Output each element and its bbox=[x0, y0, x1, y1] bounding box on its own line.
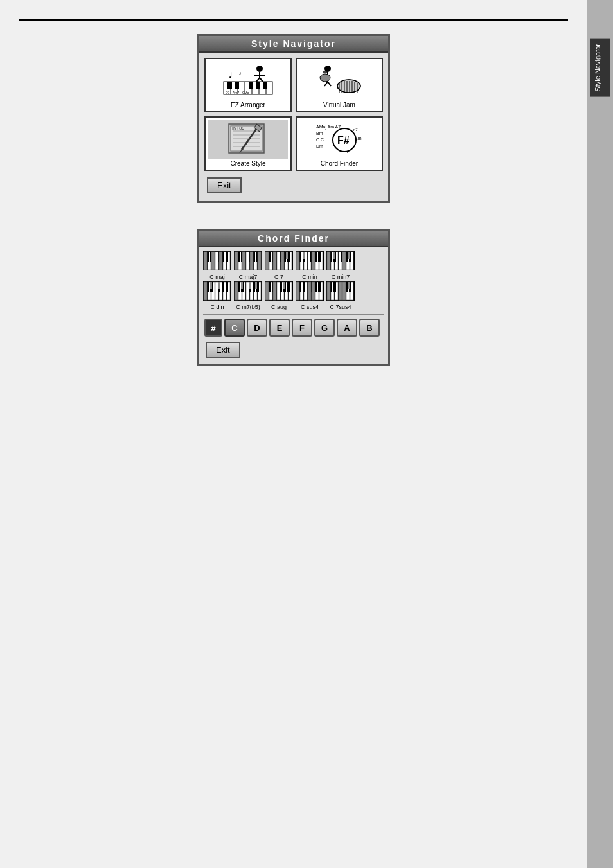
chord-row-1: C maj bbox=[203, 251, 384, 280]
chord-finder-icon-nav: AMaj Am A7 Bm C C Dm F# n7 Em n bbox=[299, 120, 379, 159]
svg-text:F#: F# bbox=[337, 135, 350, 146]
svg-rect-8 bbox=[235, 82, 239, 89]
chord-c-min-label: C min bbox=[296, 274, 324, 280]
key-btn-a[interactable]: A bbox=[337, 319, 357, 337]
svg-rect-139 bbox=[342, 252, 346, 270]
chord-finder-exit-button[interactable]: Exit bbox=[203, 339, 384, 360]
svg-rect-204 bbox=[308, 282, 311, 300]
chord-c-7-label: C 7 bbox=[265, 274, 293, 280]
key-btn-g[interactable]: G bbox=[314, 319, 335, 337]
chord-key-buttons: # C D E F G A B bbox=[203, 319, 384, 337]
svg-text:Bm: Bm bbox=[316, 131, 323, 136]
svg-rect-154 bbox=[204, 282, 207, 300]
chord-finder-cell[interactable]: AMaj Am A7 Bm C C Dm F# n7 Em n bbox=[296, 116, 383, 171]
svg-rect-7 bbox=[227, 82, 232, 89]
chord-c-din[interactable]: C din bbox=[203, 281, 231, 310]
chord-finder-title: Chord Finder bbox=[199, 231, 388, 247]
chord-finder-exit-label[interactable]: Exit bbox=[206, 342, 240, 358]
svg-rect-188 bbox=[273, 282, 276, 300]
svg-rect-171 bbox=[241, 282, 243, 289]
svg-rect-138 bbox=[333, 252, 335, 259]
svg-text:CMa: CMa bbox=[242, 91, 249, 94]
chord-c-maj7-label: C maj7 bbox=[234, 274, 262, 280]
svg-rect-10 bbox=[256, 82, 260, 89]
svg-rect-122 bbox=[303, 252, 305, 259]
ez-arranger-icon: D7 Am7 CMa ♩ ♪ bbox=[208, 62, 288, 100]
svg-text:n: n bbox=[346, 150, 348, 154]
chord-c-7sus4[interactable]: C 7sus4 bbox=[326, 281, 355, 310]
key-btn-f[interactable]: F bbox=[292, 319, 312, 337]
svg-text:INT89: INT89 bbox=[232, 126, 244, 130]
svg-text:n7: n7 bbox=[353, 128, 358, 132]
chord-c-aug-label: C aug bbox=[265, 304, 293, 310]
sidebar-tab[interactable]: Style Navigator bbox=[590, 39, 610, 97]
svg-rect-220 bbox=[339, 282, 342, 300]
main-content: Style Navigator bbox=[0, 0, 587, 868]
chord-c-m7b5[interactable]: C m7(b5) bbox=[234, 281, 262, 310]
svg-rect-71 bbox=[204, 252, 207, 270]
svg-rect-172 bbox=[249, 282, 251, 289]
chord-c-sus4-label: C sus4 bbox=[296, 304, 324, 310]
key-btn-sharp[interactable]: # bbox=[204, 319, 222, 337]
chord-c-7[interactable]: C 7 bbox=[265, 251, 293, 280]
key-btn-e[interactable]: E bbox=[269, 319, 290, 337]
svg-text:♩: ♩ bbox=[229, 71, 233, 80]
create-style-icon: INT89 bbox=[208, 120, 288, 159]
chord-c-maj7[interactable]: C maj7 bbox=[234, 251, 262, 280]
key-btn-d[interactable]: D bbox=[247, 319, 267, 337]
svg-rect-120 bbox=[318, 252, 321, 262]
svg-text:C C: C C bbox=[316, 137, 324, 142]
svg-rect-105 bbox=[273, 252, 276, 270]
svg-text:♪: ♪ bbox=[238, 69, 242, 76]
svg-text:Em: Em bbox=[355, 136, 362, 141]
style-navigator-body: D7 Am7 CMa ♩ ♪ bbox=[199, 53, 388, 201]
svg-rect-170 bbox=[235, 282, 238, 300]
svg-rect-11 bbox=[263, 82, 267, 89]
svg-rect-89 bbox=[250, 252, 253, 270]
svg-rect-187 bbox=[265, 282, 269, 300]
right-sidebar: Style Navigator bbox=[587, 0, 613, 868]
chord-c-aug[interactable]: C aug bbox=[265, 281, 293, 310]
virtual-jam-label: Virtual Jam bbox=[299, 102, 379, 109]
svg-text:Dm: Dm bbox=[316, 144, 323, 148]
svg-rect-173 bbox=[255, 282, 257, 289]
chord-row-2: C din bbox=[203, 281, 384, 310]
key-btn-b[interactable]: B bbox=[359, 319, 380, 337]
svg-rect-106 bbox=[281, 252, 284, 270]
svg-rect-215 bbox=[333, 282, 336, 292]
style-nav-exit-label[interactable]: Exit bbox=[207, 177, 242, 193]
ez-arranger-label: EZ Arranger bbox=[208, 102, 288, 109]
svg-point-32 bbox=[324, 66, 331, 72]
chord-c-7sus4-label: C 7sus4 bbox=[326, 304, 355, 310]
key-btn-c[interactable]: C bbox=[224, 319, 245, 337]
svg-rect-203 bbox=[296, 282, 299, 300]
svg-rect-155 bbox=[210, 282, 212, 289]
svg-rect-202 bbox=[318, 282, 321, 292]
svg-rect-72 bbox=[211, 252, 215, 270]
top-divider bbox=[19, 19, 568, 21]
virtual-jam-cell[interactable]: Virtual Jam bbox=[296, 58, 383, 112]
svg-text:D7: D7 bbox=[226, 91, 230, 94]
create-style-cell[interactable]: INT89 Create Style bbox=[204, 116, 292, 171]
ez-arranger-cell[interactable]: D7 Am7 CMa ♩ ♪ bbox=[204, 58, 292, 112]
svg-rect-205 bbox=[312, 282, 315, 300]
chord-finder-label: Chord Finder bbox=[299, 160, 379, 167]
svg-rect-152 bbox=[222, 282, 224, 292]
svg-line-37 bbox=[328, 82, 331, 86]
svg-rect-90 bbox=[258, 252, 261, 270]
svg-point-34 bbox=[320, 74, 330, 82]
chord-c-din-label: C din bbox=[203, 304, 231, 310]
chord-c-min[interactable]: C min bbox=[296, 251, 324, 280]
create-style-label: Create Style bbox=[208, 160, 288, 167]
chord-c-min7[interactable]: C min7 bbox=[326, 251, 355, 280]
svg-rect-87 bbox=[235, 252, 238, 270]
chord-c-maj[interactable]: C maj bbox=[203, 251, 231, 280]
svg-rect-70 bbox=[226, 252, 228, 262]
svg-rect-168 bbox=[253, 282, 255, 292]
chord-c-sus4[interactable]: C sus4 bbox=[296, 281, 324, 310]
svg-rect-121 bbox=[296, 252, 299, 270]
svg-rect-184 bbox=[280, 282, 282, 292]
style-nav-exit-button[interactable]: Exit bbox=[204, 175, 383, 196]
virtual-jam-icon bbox=[299, 62, 379, 100]
svg-text:AMaj Am A7: AMaj Am A7 bbox=[316, 125, 341, 130]
